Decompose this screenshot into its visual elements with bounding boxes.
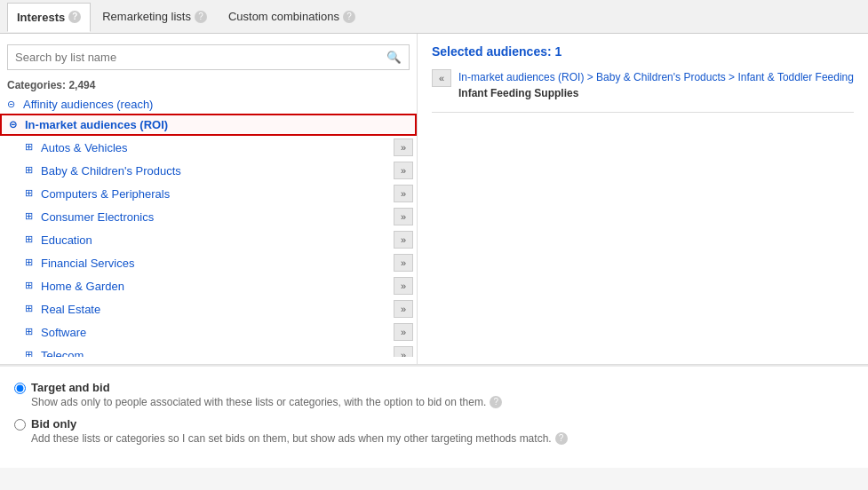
tree-sub-item-financial[interactable]: ⊞ Financial Services » xyxy=(0,251,417,274)
expand-icon-education: ⊞ xyxy=(25,233,37,246)
affinity-label: Affinity audiences (reach) xyxy=(23,98,413,111)
tree-sub-item-consumer-elec[interactable]: ⊞ Consumer Electronics » xyxy=(0,205,417,228)
expand-icon-real-estate: ⊞ xyxy=(25,303,37,315)
target-and-bid-desc: Show ads only to people associated with … xyxy=(31,396,502,408)
arrow-btn-real-estate[interactable]: » xyxy=(394,300,413,318)
real-estate-label: Real Estate xyxy=(41,303,390,316)
search-input[interactable] xyxy=(8,45,379,69)
consumer-elec-label: Consumer Electronics xyxy=(41,210,390,224)
tree-sub-item-computers[interactable]: ⊞ Computers & Peripherals » xyxy=(0,182,417,205)
telecom-label: Telecom xyxy=(41,349,390,358)
arrow-btn-education[interactable]: » xyxy=(394,231,413,249)
main-content: 🔍 Categories: 2,494 ⊝ Affinity audiences… xyxy=(0,34,868,365)
tree-sub-item-education[interactable]: ⊞ Education » xyxy=(0,228,417,251)
arrow-btn-telecom[interactable]: » xyxy=(394,346,413,357)
arrow-btn-consumer-elec[interactable]: » xyxy=(394,208,413,225)
tree-sub-item-telecom[interactable]: ⊞ Telecom » xyxy=(0,344,417,357)
bid-only-title: Bid only xyxy=(31,417,568,431)
expand-icon-in-market: ⊝ xyxy=(9,119,21,131)
search-button[interactable]: 🔍 xyxy=(379,47,409,67)
audience-path-text: In-market audiences (ROI) > Baby & Child… xyxy=(458,71,854,83)
categories-count: 2,494 xyxy=(68,79,95,91)
target-and-bid-title: Target and bid xyxy=(31,381,502,394)
expand-icon-baby: ⊞ xyxy=(25,164,37,177)
target-and-bid-radio[interactable] xyxy=(14,383,26,394)
search-icon: 🔍 xyxy=(386,51,402,64)
selected-audiences-title: Selected audiences: 1 xyxy=(432,44,854,59)
bid-only-radio[interactable] xyxy=(14,419,26,431)
audience-divider xyxy=(432,112,854,113)
baby-label: Baby & Children's Products xyxy=(41,164,390,178)
arrow-btn-computers[interactable]: » xyxy=(394,185,413,202)
software-label: Software xyxy=(41,326,390,339)
selected-audiences-text: Selected audiences: xyxy=(432,44,552,59)
target-and-bid-content: Target and bid Show ads only to people a… xyxy=(31,381,502,408)
tab-remarketing-help[interactable]: ? xyxy=(195,11,207,23)
bid-only-content: Bid only Add these lists or categories s… xyxy=(31,417,568,445)
audience-selected: Infant Feeding Supplies xyxy=(458,87,578,99)
left-panel: 🔍 Categories: 2,494 ⊝ Affinity audiences… xyxy=(0,34,418,364)
bid-help-icon[interactable]: ? xyxy=(555,432,568,445)
selected-audiences-count: 1 xyxy=(555,44,562,59)
expand-icon-home-garden: ⊞ xyxy=(25,280,37,292)
tree-sub-item-software[interactable]: ⊞ Software » xyxy=(0,320,417,344)
tree: ⊝ Affinity audiences (reach) ⊝ In-market… xyxy=(0,95,417,357)
in-market-label: In-market audiences (ROI) xyxy=(25,118,411,131)
bottom-section: Target and bid Show ads only to people a… xyxy=(0,365,868,468)
radio-option-target: Target and bid Show ads only to people a… xyxy=(14,381,854,408)
arrow-btn-financial[interactable]: » xyxy=(394,254,413,272)
expand-icon-consumer-elec: ⊞ xyxy=(25,210,37,223)
tab-interests-label: Interests xyxy=(17,11,65,24)
tab-interests-help[interactable]: ? xyxy=(68,11,81,23)
tab-remarketing[interactable]: Remarketing lists ? xyxy=(92,2,217,31)
tree-item-affinity[interactable]: ⊝ Affinity audiences (reach) xyxy=(0,95,417,114)
autos-label: Autos & Vehicles xyxy=(41,141,390,154)
radio-option-bid: Bid only Add these lists or categories s… xyxy=(14,417,854,445)
expand-icon-autos: ⊞ xyxy=(25,141,37,154)
target-help-icon[interactable]: ? xyxy=(490,396,502,408)
computers-label: Computers & Peripherals xyxy=(41,187,390,201)
expand-icon-computers: ⊞ xyxy=(25,187,37,200)
tree-sub-item-autos[interactable]: ⊞ Autos & Vehicles » xyxy=(0,136,417,159)
arrow-btn-home-garden[interactable]: » xyxy=(394,277,413,295)
search-bar: 🔍 xyxy=(7,44,410,70)
expand-icon-software: ⊞ xyxy=(25,326,37,338)
audience-item: « In-market audiences (ROI) > Baby & Chi… xyxy=(432,66,854,105)
tree-item-in-market[interactable]: ⊝ In-market audiences (ROI) xyxy=(0,114,417,136)
categories-text: Categories: xyxy=(7,79,66,91)
back-button[interactable]: « xyxy=(432,69,451,87)
tab-custom-help[interactable]: ? xyxy=(343,11,355,23)
tab-interests[interactable]: Interests ? xyxy=(7,3,91,32)
audience-path: In-market audiences (ROI) > Baby & Child… xyxy=(458,69,854,101)
tab-custom-label: Custom combinations xyxy=(228,10,339,23)
tab-custom[interactable]: Custom combinations ? xyxy=(219,2,365,31)
tree-sub-item-home-garden[interactable]: ⊞ Home & Garden » xyxy=(0,274,417,297)
bid-only-label[interactable]: Bid only Add these lists or categories s… xyxy=(14,417,854,445)
financial-label: Financial Services xyxy=(41,257,390,270)
arrow-btn-baby[interactable]: » xyxy=(394,162,413,179)
education-label: Education xyxy=(41,233,390,247)
expand-icon-affinity: ⊝ xyxy=(7,99,20,111)
tree-sub-item-real-estate[interactable]: ⊞ Real Estate » xyxy=(0,297,417,320)
categories-label: Categories: 2,494 xyxy=(0,77,417,95)
home-garden-label: Home & Garden xyxy=(41,280,390,293)
bid-only-desc: Add these lists or categories so I can s… xyxy=(31,432,568,445)
target-and-bid-label[interactable]: Target and bid Show ads only to people a… xyxy=(14,381,854,408)
arrow-btn-autos[interactable]: » xyxy=(394,138,413,156)
tree-sub-item-baby[interactable]: ⊞ Baby & Children's Products » xyxy=(0,159,417,182)
expand-icon-telecom: ⊞ xyxy=(25,349,37,357)
arrow-btn-software[interactable]: » xyxy=(394,323,413,341)
tabs-bar: Interests ? Remarketing lists ? Custom c… xyxy=(0,0,868,34)
tab-remarketing-label: Remarketing lists xyxy=(102,10,191,23)
right-panel: Selected audiences: 1 « In-market audien… xyxy=(418,34,868,364)
expand-icon-financial: ⊞ xyxy=(25,257,37,269)
